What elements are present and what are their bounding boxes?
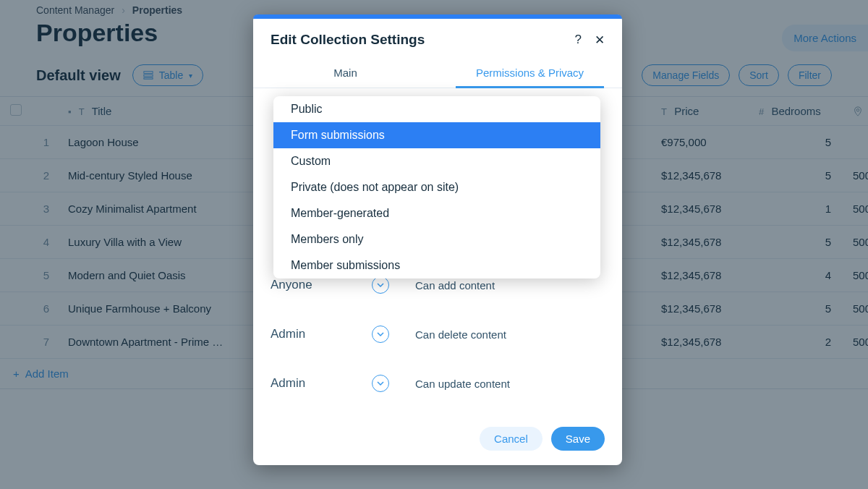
modal-title: Edit Collection Settings — [271, 32, 425, 48]
permission-role: Anyone — [271, 278, 372, 292]
modal-tabs: Main Permissions & Privacy — [253, 58, 622, 88]
close-icon[interactable]: ✕ — [595, 33, 605, 48]
dropdown-option[interactable]: Public — [273, 96, 600, 122]
dropdown-option[interactable]: Member-generated — [273, 200, 600, 226]
permissions-list: AnyoneCan add contentAdminCan delete con… — [271, 266, 605, 414]
role-dropdown-toggle[interactable] — [372, 375, 389, 392]
cancel-button[interactable]: Cancel — [480, 427, 542, 451]
permission-description: Can delete content — [415, 328, 506, 341]
permission-row: AdminCan update content — [271, 365, 605, 414]
collection-type-dropdown: PublicForm submissionsCustomPrivate (doe… — [273, 96, 600, 278]
tab-permissions[interactable]: Permissions & Privacy — [438, 58, 622, 88]
permission-description: Can update content — [415, 378, 510, 390]
role-dropdown-toggle[interactable] — [372, 326, 389, 343]
dropdown-option[interactable]: Private (does not appear on site) — [273, 174, 600, 200]
dropdown-option[interactable]: Members only — [273, 226, 600, 252]
permission-row: AdminCan delete content — [271, 315, 605, 365]
save-button[interactable]: Save — [551, 427, 605, 451]
dropdown-option[interactable]: Member submissions — [273, 252, 600, 278]
dropdown-option[interactable]: Form submissions — [273, 122, 600, 148]
dropdown-option[interactable]: Custom — [273, 148, 600, 174]
permission-description: Can add content — [415, 279, 495, 292]
permission-role: Admin — [271, 327, 372, 341]
help-icon[interactable]: ? — [575, 33, 582, 48]
page-root: Content Manager › Properties Properties … — [0, 0, 868, 489]
permission-role: Admin — [271, 376, 372, 391]
role-dropdown-toggle[interactable] — [372, 276, 389, 294]
tab-main[interactable]: Main — [253, 58, 438, 88]
